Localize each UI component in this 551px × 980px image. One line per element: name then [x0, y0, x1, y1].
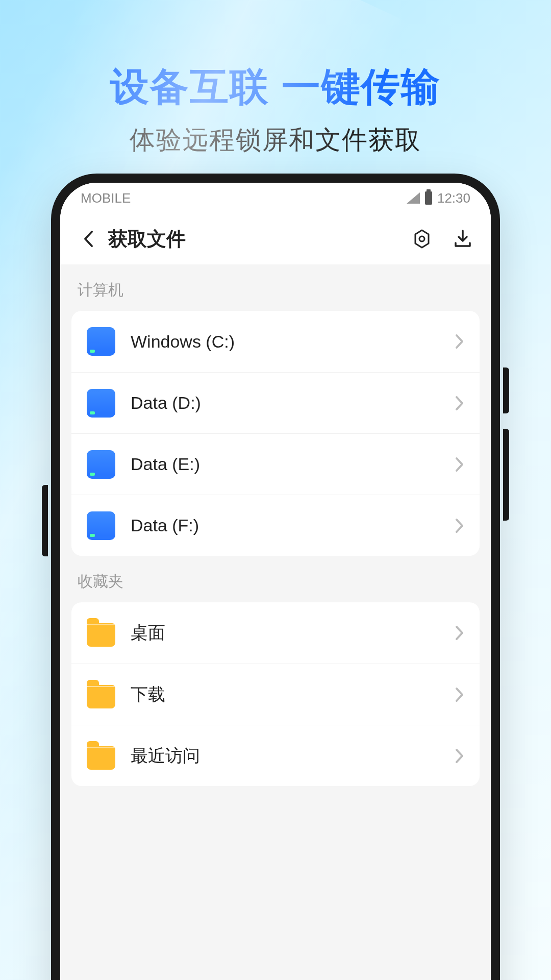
folder-item-download[interactable]: 下载	[71, 664, 480, 725]
drive-icon	[87, 389, 115, 418]
carrier-label: MOBILE	[81, 190, 131, 206]
phone-power-button	[42, 485, 48, 556]
section-label-computer: 计算机	[60, 264, 491, 311]
battery-icon	[425, 191, 432, 205]
drive-item-d[interactable]: Data (D:)	[71, 372, 480, 433]
drive-icon	[87, 327, 115, 356]
favorites-list: 桌面 下载 最近访问	[71, 602, 480, 786]
drive-label: Windows (C:)	[131, 332, 455, 352]
drive-item-c[interactable]: Windows (C:)	[71, 311, 480, 372]
folder-icon	[87, 623, 115, 647]
chevron-right-icon	[455, 687, 464, 702]
drive-item-e[interactable]: Data (E:)	[71, 433, 480, 495]
phone-volume-up	[503, 368, 509, 413]
folder-icon	[87, 685, 115, 708]
drive-label: Data (F:)	[131, 516, 455, 535]
drive-item-f[interactable]: Data (F:)	[71, 495, 480, 556]
drive-icon	[87, 511, 115, 540]
settings-hex-icon	[412, 229, 432, 249]
download-button[interactable]	[450, 226, 475, 252]
folder-label: 最近访问	[131, 744, 455, 768]
app-header: 获取文件	[60, 213, 491, 264]
drive-icon	[87, 450, 115, 479]
chevron-right-icon	[455, 396, 464, 411]
status-time: 12:30	[437, 190, 470, 206]
chevron-right-icon	[455, 457, 464, 472]
promo-headline: 设备互联 一键传输 体验远程锁屏和文件获取	[0, 0, 551, 157]
folder-item-desktop[interactable]: 桌面	[71, 602, 480, 664]
chevron-left-icon	[83, 230, 93, 248]
chevron-right-icon	[455, 748, 464, 764]
folder-label: 桌面	[131, 621, 455, 645]
content-area: 计算机 Windows (C:) Data (D:) Data (E:)	[60, 264, 491, 980]
status-right: 12:30	[407, 190, 470, 206]
signal-icon	[407, 192, 420, 204]
headline-title: 设备互联 一键传输	[0, 61, 551, 114]
phone-mockup: MOBILE 12:30 获取文件	[51, 174, 500, 980]
phone-volume-down	[503, 429, 509, 521]
chevron-right-icon	[455, 625, 464, 641]
chevron-right-icon	[455, 334, 464, 349]
settings-button[interactable]	[409, 226, 435, 252]
back-button[interactable]	[76, 226, 101, 252]
drive-list: Windows (C:) Data (D:) Data (E:) Data (F…	[71, 311, 480, 556]
download-icon	[453, 229, 473, 249]
section-label-favorites: 收藏夹	[60, 556, 491, 602]
headline-subtitle: 体验远程锁屏和文件获取	[0, 123, 551, 157]
svg-point-0	[419, 236, 424, 241]
folder-icon	[87, 746, 115, 770]
phone-screen: MOBILE 12:30 获取文件	[60, 183, 491, 980]
folder-label: 下载	[131, 683, 455, 706]
status-bar: MOBILE 12:30	[60, 183, 491, 213]
folder-item-recent[interactable]: 最近访问	[71, 725, 480, 786]
chevron-right-icon	[455, 518, 464, 533]
drive-label: Data (D:)	[131, 393, 455, 413]
page-title: 获取文件	[108, 226, 409, 252]
drive-label: Data (E:)	[131, 454, 455, 474]
